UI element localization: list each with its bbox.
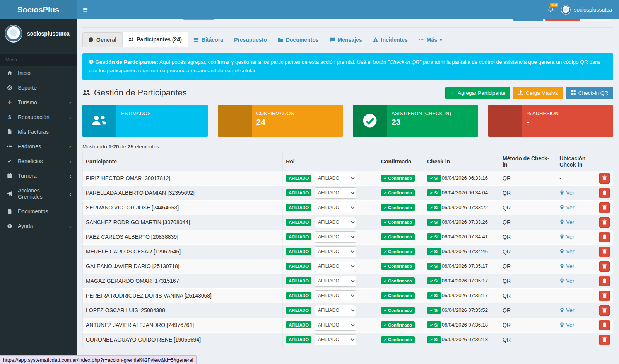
carga-masiva-button[interactable]: Carga Masiva	[513, 87, 563, 99]
checkin-time: 06/04/2026 07:34:46	[442, 248, 488, 254]
agregar-participante-button[interactable]: ＋ Agregar Participante	[445, 87, 511, 99]
delete-button[interactable]	[599, 335, 610, 345]
pin-icon	[559, 205, 564, 210]
table-row: SANCHEZ RODRIGO MARTIN [30708044]AFILIAD…	[83, 215, 613, 230]
checkin-time: 06/04/2026 06:33:16	[442, 175, 488, 181]
stats-row: ESTIMADOSCONFIRMADOS24ASISTIERON (CHECK-…	[82, 105, 613, 137]
sidebar-item-documentos[interactable]: Documentos	[0, 204, 77, 219]
plus-icon: ＋	[450, 90, 456, 95]
role-select[interactable]: AFILIADO	[315, 261, 356, 272]
delete-button[interactable]	[599, 173, 610, 184]
role-select[interactable]: AFILIADO	[315, 334, 356, 345]
stat-icon-area	[353, 105, 387, 137]
role-select[interactable]: AFILIADO	[315, 276, 356, 287]
summary-prefix: Mostrando	[82, 144, 109, 150]
tab-mensajes[interactable]: Mensajes	[324, 33, 368, 47]
sidebar-item-turnera[interactable]: Turnera‹	[0, 168, 77, 183]
delete-button[interactable]	[599, 261, 610, 272]
sidebar-item-mis-facturas[interactable]: Mis Facturas	[0, 124, 77, 139]
checkin-badge: ✔Sí	[427, 292, 441, 299]
role-select[interactable]: AFILIADO	[315, 290, 356, 301]
location-link[interactable]: Ver	[559, 219, 574, 225]
role-badge: AFILIADO	[286, 321, 311, 328]
check-icon: ✔	[384, 279, 387, 283]
tab-mas[interactable]: ···Más▾	[413, 33, 448, 47]
location-link[interactable]: Ver	[559, 322, 574, 328]
delete-button[interactable]	[599, 202, 610, 213]
dollar-icon: $	[5, 114, 14, 120]
list-icon	[5, 144, 14, 149]
confirmed-badge: ✔Confirmado	[381, 336, 415, 343]
location-link[interactable]: Ver	[559, 307, 574, 313]
sidebar-item-acciones-gremiales[interactable]: Acciones Gremiales‹	[0, 183, 77, 204]
delete-button[interactable]	[599, 232, 610, 242]
stat-value: 23	[392, 117, 451, 127]
summary-mid: de	[119, 144, 128, 150]
stat-icon-area	[82, 105, 116, 137]
sidebar-item-padrones[interactable]: Padrones‹	[0, 139, 77, 154]
sidebar-item-ayuda[interactable]: ?Ayuda‹	[0, 219, 77, 233]
sidebar-toggle-icon[interactable]: ≡	[77, 0, 94, 19]
tab-bitacora[interactable]: Bitácora	[188, 33, 229, 47]
col-header-actions	[596, 152, 613, 171]
location-link[interactable]: Ver	[559, 190, 574, 196]
role-select[interactable]: AFILIADO	[315, 246, 356, 257]
location-link[interactable]: Ver	[559, 234, 574, 240]
info-callout: Gestión de Participantes: Aquí podés agr…	[82, 53, 613, 80]
notifications-button[interactable]: 153	[547, 6, 554, 14]
location-link[interactable]: Ver	[559, 204, 574, 211]
tab-general[interactable]: General	[82, 32, 122, 47]
role-select[interactable]: AFILIADO	[315, 320, 356, 331]
stat-label: % ADHESIÓN	[527, 111, 559, 116]
sidebar-menu-header: Menú	[0, 54, 77, 66]
tab-participantes-24[interactable]: Participantes (24)	[122, 32, 188, 47]
checkin-method: QR	[503, 219, 511, 225]
checkin-badge: ✔Sí	[427, 336, 441, 343]
notification-badge: 153	[550, 3, 558, 7]
check-in-qr-button[interactable]: Check-in QR	[566, 87, 613, 99]
folder-icon	[278, 37, 283, 43]
role-select[interactable]: AFILIADO	[315, 217, 356, 228]
confirmed-badge: ✔Confirmado	[381, 219, 415, 226]
participants-section-header: Gestión de Participantes ＋ Agregar Parti…	[82, 87, 613, 99]
role-select[interactable]: AFILIADO	[315, 173, 356, 184]
user-menu[interactable]: sociosplussutca	[561, 5, 612, 15]
check-icon: ✔	[430, 264, 433, 269]
checkin-method: QR	[503, 190, 511, 196]
delete-button[interactable]	[599, 305, 610, 316]
location-link[interactable]: Ver	[559, 263, 574, 269]
role-select[interactable]: AFILIADO	[315, 187, 356, 199]
tab-presupuesto[interactable]: Presupuesto	[229, 33, 272, 47]
delete-button[interactable]	[599, 291, 610, 301]
tab-incidentes[interactable]: Incidentes	[368, 33, 413, 47]
checkin-method: QR	[503, 175, 511, 181]
location-empty: -	[559, 337, 561, 343]
stat-confirmados: CONFIRMADOS24	[218, 105, 343, 137]
location-link[interactable]: Ver	[559, 278, 574, 284]
delete-button[interactable]	[599, 217, 610, 228]
trash-icon	[602, 190, 607, 195]
main-content: Movida Sindical Murata Borrador Editar E…	[77, 0, 619, 347]
role-select[interactable]: AFILIADO	[315, 202, 356, 213]
role-select[interactable]: AFILIADO	[315, 231, 356, 243]
delete-button[interactable]	[599, 320, 610, 330]
brand-logo[interactable]: SociosPlus	[0, 0, 77, 19]
table-row: ANTUNEZ JAVIER ALEJANDRO [24976761]AFILI…	[83, 318, 613, 332]
sidebar-item-soporte[interactable]: Soporte	[0, 80, 77, 95]
delete-button[interactable]	[599, 276, 610, 286]
col-header-check-in: Check-in	[424, 152, 499, 171]
sidebar-item-turismo[interactable]: ✈Turismo‹	[0, 95, 77, 110]
tab-documentos[interactable]: Documentos	[272, 33, 324, 47]
role-select[interactable]: AFILIADO	[315, 305, 356, 316]
checkin-time: 06/04/2026 07:35:17	[442, 293, 488, 298]
sidebar-item-recaudacion[interactable]: $Recaudación‹	[0, 110, 77, 124]
checkin-badge: ✔Sí	[427, 204, 441, 211]
location-link[interactable]: Ver	[559, 248, 574, 255]
sidebar-item-beneficios[interactable]: ✔Beneficios‹	[0, 154, 77, 168]
delete-button[interactable]	[599, 247, 610, 257]
sidebar-item-inicio[interactable]: Inicio	[0, 66, 77, 80]
checkin-badge: ✔Sí	[427, 277, 441, 284]
stat-adhesion: % ADHESIÓN-	[488, 105, 614, 137]
delete-button[interactable]	[599, 188, 610, 198]
role-badge: AFILIADO	[286, 336, 311, 343]
